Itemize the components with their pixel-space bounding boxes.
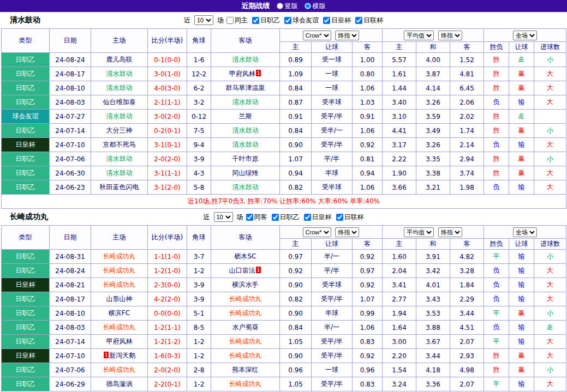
average-time-select[interactable]: 终指 — [438, 227, 462, 237]
bookmaker-select[interactable]: Crow* — [303, 31, 331, 40]
filter-checkbox-input[interactable] — [336, 214, 343, 221]
result-handicap: 赢 — [509, 363, 534, 377]
match-row: 日职乙 24-07-06 长崎成功丸 2-0(2-0) 2-8 熊本深红 0.9… — [2, 363, 566, 377]
filter-checkbox-input[interactable] — [246, 214, 253, 221]
filter-checkbox-input[interactable] — [323, 17, 330, 24]
odds-away: 0.92 — [353, 278, 383, 292]
odds-handicap: 一球 — [312, 67, 353, 81]
away-team: 清水鼓动 — [211, 53, 280, 67]
rank-badge: 1 — [256, 70, 261, 76]
home-team: 长崎成功丸 — [91, 363, 148, 377]
match-type: 日职乙 — [2, 95, 50, 110]
filter-checkbox-input[interactable] — [304, 214, 311, 221]
filter-checkbox[interactable]: 日皇杯 — [304, 213, 332, 222]
home-team: 山形山神 — [91, 292, 148, 306]
filter-checkbox[interactable]: 同主 — [226, 16, 248, 25]
filter-checkbox-input[interactable] — [252, 17, 259, 24]
bookmaker-time-select[interactable]: 终指 — [335, 227, 359, 237]
vertical-radio[interactable] — [277, 3, 283, 9]
filter-checkbox-input[interactable] — [226, 17, 234, 24]
away-team: 熊本深红 — [211, 363, 280, 377]
horizontal-radio[interactable] — [305, 3, 311, 9]
bookmaker-time-select[interactable]: 终指 — [335, 31, 359, 40]
result-handicap: 赢 — [509, 349, 534, 363]
bookmaker-select[interactable]: Crow* — [303, 227, 331, 237]
odds-home: 0.84 — [280, 321, 312, 335]
odds-away: 0.96 — [353, 363, 383, 377]
scope-select[interactable]: 全场 — [513, 31, 537, 40]
away-team-name: 横滨水手 — [232, 281, 259, 288]
filter-checkbox-label: 日职乙 — [280, 213, 300, 222]
horizontal-layout-option[interactable]: 横版 — [305, 2, 326, 11]
match-type: 日皇杯 — [2, 349, 50, 363]
team-name: 清水鼓动 — [10, 15, 40, 25]
filter-bar: 近 10 场 同客 日职乙 日皇杯 日联杯 — [204, 212, 364, 222]
result-goals: 大 — [534, 67, 566, 81]
average-time-select[interactable]: 终指 — [438, 31, 462, 40]
filter-checkbox-input[interactable] — [355, 17, 362, 24]
filter-checkbox-input[interactable] — [284, 17, 291, 24]
filter-checkbox[interactable]: 日职乙 — [252, 16, 280, 25]
away-team-name: 兰斯 — [239, 112, 252, 120]
sub-header-avg-home: 主 — [383, 239, 416, 250]
games-label: 场 — [237, 213, 243, 222]
match-type: 日职乙 — [2, 292, 50, 306]
match-type: 日职乙 — [2, 306, 50, 321]
odds-home: 0.82 — [280, 292, 312, 306]
away-team-name: 甲府风林 — [229, 70, 255, 77]
home-team: 长崎成功丸 — [91, 264, 148, 278]
games-count-select[interactable]: 10 — [214, 212, 233, 222]
corner-count: 1-2 — [187, 349, 211, 363]
average-select[interactable]: 平均值 — [404, 31, 434, 40]
odds-handicap: 一球 — [312, 81, 353, 95]
filter-checkbox-label: 日皇杯 — [331, 16, 351, 25]
filter-checkbox[interactable]: 日联杯 — [336, 213, 364, 222]
team-section-2: 长崎成功丸 近 10 场 同客 日职乙 日皇杯 日联杯 — [0, 209, 567, 392]
filter-checkbox[interactable]: 日联杯 — [355, 16, 383, 25]
match-date: 24-07-10 — [50, 349, 91, 363]
corner-count: 3-7 — [187, 250, 211, 264]
avg-home: 1.44 — [383, 81, 416, 95]
avg-draw: 3.91 — [416, 250, 450, 264]
sub-header-home-odds: 主 — [280, 42, 312, 53]
rank-badge: 1 — [104, 352, 109, 358]
result-handicap: 输 — [509, 321, 534, 335]
vertical-layout-option[interactable]: 竖版 — [277, 2, 298, 11]
corner-count: 4-3 — [187, 166, 211, 180]
avg-away: 4.81 — [450, 67, 484, 81]
odds-home: 1.05 — [280, 377, 312, 391]
odds-handicap: 平/半 — [312, 152, 353, 166]
filter-checkbox[interactable]: 日皇杯 — [323, 16, 351, 25]
filter-checkbox-input[interactable] — [272, 214, 279, 221]
col-header-score: 比分(半场) — [148, 226, 187, 250]
odds-away: 0.83 — [353, 377, 383, 391]
corner-count: 3-2 — [187, 95, 211, 110]
home-team: 鹿儿岛联 — [91, 53, 148, 67]
odds-away: 0.91 — [353, 110, 383, 124]
filter-checkbox[interactable]: 日职乙 — [272, 213, 300, 222]
avg-away: 1.52 — [450, 53, 484, 67]
average-select[interactable]: 平均值 — [404, 227, 434, 237]
odds-handicap: 一球 — [312, 363, 353, 377]
result-handicap: 输 — [509, 278, 534, 292]
match-score: 2-0(2-0) — [148, 363, 187, 377]
away-team-name: 冈山绿雉 — [232, 169, 259, 177]
odds-home: 0.92 — [280, 264, 312, 278]
scope-select[interactable]: 全场 — [513, 227, 537, 237]
result-goals: 大 — [534, 292, 566, 306]
odds-handicap: 受半球 — [312, 278, 353, 292]
avg-draw: 3.49 — [416, 124, 450, 138]
match-row: 日职乙 24-08-17 山形山神 4-2(2-0) 3-9 长崎成功丸 0.8… — [2, 292, 566, 306]
games-count-select[interactable]: 10 — [194, 15, 213, 25]
away-team-name: 清水鼓动 — [232, 98, 259, 106]
avg-draw: 4.14 — [416, 81, 450, 95]
odds-home: 0.90 — [280, 138, 312, 152]
result-outcome: 负 — [484, 264, 509, 278]
odds-away: 1.06 — [353, 180, 383, 195]
filter-checkbox[interactable]: 同客 — [246, 213, 267, 222]
result-outcome: 胜 — [484, 110, 509, 124]
filter-checkbox[interactable]: 球会友谊 — [284, 16, 319, 25]
odds-home: 1.07 — [280, 152, 312, 166]
scope-header: 全场 — [484, 226, 566, 239]
result-handicap: 输 — [509, 138, 534, 152]
